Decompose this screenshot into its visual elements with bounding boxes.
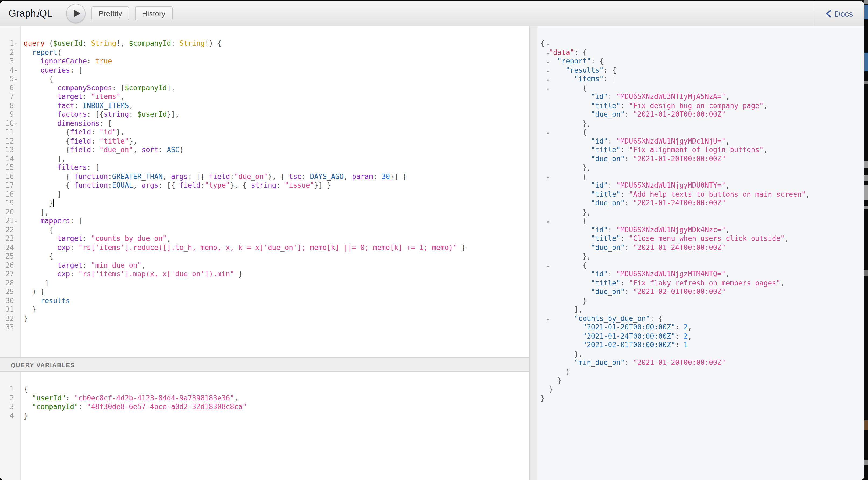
code-line: "report": { <box>540 57 864 66</box>
fold-arrow-icon[interactable]: ▾ <box>14 40 18 49</box>
fold-arrow-icon[interactable]: ▾ <box>14 217 18 226</box>
code-line[interactable]: } <box>24 314 529 323</box>
query-variables-title: QUERY VARIABLES <box>11 361 75 368</box>
execute-button[interactable] <box>66 4 86 23</box>
text-cursor <box>53 199 54 207</box>
code-line[interactable]: exp: "rs['items'].reduce([].to_h, memo, … <box>24 243 529 252</box>
line-number: 33 <box>6 323 14 332</box>
code-line[interactable]: {field: "due_on", sort: ASC} <box>24 146 529 155</box>
prettify-button[interactable]: Prettify <box>92 6 129 21</box>
code-line[interactable]: target: "counts_by_due_on", <box>24 234 529 243</box>
code-line[interactable]: report( <box>24 48 529 57</box>
line-number: 3 <box>10 57 14 66</box>
line-number: 10 <box>6 119 14 128</box>
line-number: 26 <box>6 261 14 270</box>
query-variables-header[interactable]: QUERY VARIABLES <box>0 357 529 372</box>
result-fold-gutter: ▾▾▾▾▾▾▾▾▾▾▾ <box>530 26 537 480</box>
fold-arrow-icon[interactable]: ▾ <box>547 317 550 322</box>
code-line[interactable]: } <box>24 412 529 420</box>
code-line[interactable]: ], <box>24 208 529 217</box>
fold-arrow-icon[interactable]: ▾ <box>547 51 550 56</box>
fold-arrow-icon[interactable]: ▾ <box>547 175 550 180</box>
code-line[interactable]: ] <box>24 279 529 288</box>
code-line: { <box>540 84 864 92</box>
fold-arrow-icon[interactable]: ▾ <box>14 75 18 84</box>
code-line[interactable]: ] <box>24 190 529 199</box>
logo-text: Graph <box>9 8 36 19</box>
code-line: "due_on": "2021-01-20T00:00:00Z" <box>540 155 864 163</box>
code-line: "title": "Add help texts to buttons on m… <box>540 190 864 199</box>
code-line[interactable]: { <box>24 225 529 234</box>
fold-arrow-icon[interactable]: ▾ <box>547 60 550 65</box>
fold-arrow-icon[interactable]: ▾ <box>547 77 550 83</box>
code-line[interactable]: { function:EQUAL, args: [{ field:"type"}… <box>24 181 529 190</box>
code-line[interactable] <box>24 323 529 332</box>
code-line[interactable]: {field: "id"}, <box>24 128 529 137</box>
code-line[interactable]: target: "items", <box>24 92 529 101</box>
code-line[interactable]: { function:GREATER_THAN, args: [{ field:… <box>24 172 529 181</box>
code-line: { <box>540 39 864 48</box>
code-line[interactable]: filters: [ <box>24 163 529 172</box>
line-number: 29 <box>6 288 14 296</box>
docs-button[interactable]: Docs <box>814 1 864 26</box>
fold-arrow-icon[interactable]: ▾ <box>547 264 550 269</box>
code-line[interactable]: companyScopes: [$companyId], <box>24 84 529 92</box>
graphiql-window: GraphiQL Prettify History Docs 1▾234▾5▾6… <box>0 1 864 480</box>
fold-arrow-icon[interactable]: ▾ <box>547 131 550 136</box>
line-number: 32 <box>6 314 14 323</box>
code-line: ], <box>540 305 864 314</box>
query-editor[interactable]: 1▾234▾5▾678910▾1112131415161718192021▾22… <box>0 26 529 357</box>
fold-arrow-icon[interactable]: ▾ <box>14 120 18 128</box>
code-line[interactable]: fact: INBOX_ITEMS, <box>24 101 529 110</box>
code-line[interactable]: factors: [{string: $userId}], <box>24 110 529 119</box>
code-line[interactable]: { <box>24 75 529 84</box>
fold-arrow-icon[interactable]: ▾ <box>547 86 550 92</box>
code-line[interactable]: "userId": "cb0ec8cf-4d2b-4123-84d4-9a739… <box>24 394 529 403</box>
code-line: { <box>540 172 864 181</box>
code-line[interactable]: "companyId": "48f30de8-6e57-4bce-a0d2-32… <box>24 403 529 412</box>
code-line[interactable]: {field: "title"}, <box>24 137 529 146</box>
fold-arrow-icon[interactable]: ▾ <box>547 68 550 74</box>
code-line[interactable]: results <box>24 296 529 305</box>
line-number: 19 <box>6 199 14 208</box>
line-number: 20 <box>6 208 14 217</box>
line-number: 2 <box>10 394 14 403</box>
toolbar: GraphiQL Prettify History Docs <box>0 1 864 26</box>
code-line[interactable]: { <box>24 252 529 261</box>
line-number: 18 <box>6 190 14 199</box>
code-line: } <box>540 296 864 305</box>
code-line: } <box>540 385 864 394</box>
line-number: 15 <box>6 163 14 172</box>
code-line[interactable]: query ($userId: String!, $companyId: Str… <box>24 39 529 48</box>
code-line: "id": "MDU6SXNzdWU1NjgyMDU0NTY=", <box>540 181 864 190</box>
code-line[interactable]: ignoreCache: true <box>24 57 529 66</box>
code-line[interactable]: } <box>24 305 529 314</box>
fold-arrow-icon[interactable]: ▾ <box>547 42 550 47</box>
code-line: "data": { <box>540 48 864 57</box>
code-line[interactable]: ) { <box>24 288 529 296</box>
code-line[interactable]: target: "min_due_on", <box>24 261 529 270</box>
code-line: }, <box>540 252 864 261</box>
code-line[interactable]: mappers: [ <box>24 217 529 225</box>
variables-editor-code[interactable]: { "userId": "cb0ec8cf-4d2b-4123-84d4-9a7… <box>21 372 529 480</box>
code-line[interactable]: ], <box>24 155 529 163</box>
code-line: { <box>540 217 864 225</box>
code-line[interactable]: queries: [ <box>24 66 529 75</box>
code-line[interactable]: } <box>24 199 529 208</box>
code-line: "min_due_on": "2021-01-20T00:00:00Z" <box>540 358 864 367</box>
line-number: 9 <box>10 110 14 119</box>
fold-arrow-icon[interactable]: ▾ <box>547 219 550 225</box>
code-line: "id": "MDU6SXNzdWU1NjgyMDc1NjU=", <box>540 137 864 146</box>
code-line[interactable]: exp: "rs['items'].map(x, x['due_on']).mi… <box>24 270 529 279</box>
line-number: 28 <box>6 279 14 288</box>
query-editor-code[interactable]: query ($userId: String!, $companyId: Str… <box>21 26 529 357</box>
line-number: 8 <box>10 101 14 110</box>
history-button[interactable]: History <box>135 6 173 21</box>
code-line: }, <box>540 163 864 172</box>
code-line[interactable]: dimensions: [ <box>24 119 529 128</box>
docs-label: Docs <box>835 9 853 18</box>
fold-arrow-icon[interactable]: ▾ <box>14 66 18 75</box>
code-line[interactable]: { <box>24 385 529 394</box>
code-line: "id": "MDU6SXNzdWU1NjgzMTM4NTQ=", <box>540 270 864 279</box>
variables-editor[interactable]: 1234 { "userId": "cb0ec8cf-4d2b-4123-84d… <box>0 372 529 480</box>
